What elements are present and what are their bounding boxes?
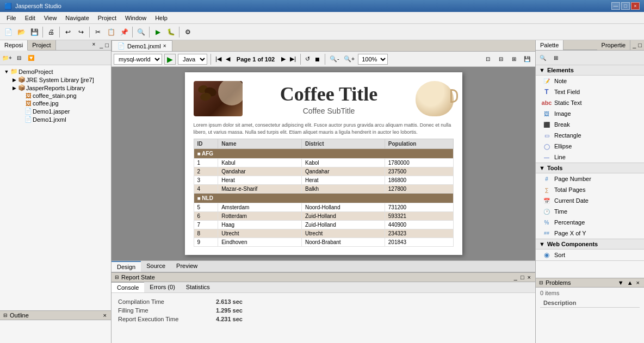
tab-repository[interactable]: Reposi [0,40,28,51]
save-report-btn[interactable]: 💾 [521,53,533,65]
tools-pagenumber[interactable]: # Page Number [536,173,644,184]
cut-button[interactable]: ✂ [92,26,104,38]
fit-width-btn[interactable]: ⊟ [495,53,507,65]
textfield-label: Text Field [554,89,580,95]
nav-first[interactable]: |◀ [214,55,222,63]
redo-button[interactable]: ↪ [75,26,87,38]
left-panel-minimize[interactable]: _ [98,42,104,48]
right-tab-palette[interactable]: Palette [536,40,564,50]
palette-image[interactable]: 🖼 Image [536,108,644,119]
pagenumber-icon: # [542,174,551,183]
fit-page-btn[interactable]: ⊡ [482,53,494,65]
menu-navigate[interactable]: Navigate [61,14,93,22]
copy-button[interactable]: 📋 [105,26,117,38]
tree-item-coffee-stain[interactable]: 🖼 coffee_stain.png [2,92,109,99]
outline-header: ⊟ Outline × [0,311,111,320]
palette-statictext[interactable]: abc Static Text [536,97,644,108]
zoom-in-button[interactable]: 🔍+ [343,55,356,63]
collapse-btn[interactable]: ⊟ [13,52,25,64]
reload-button[interactable]: ↺ [304,55,311,63]
web-sort[interactable]: ◉ Sort [536,250,644,260]
palette-search-btn[interactable]: 🔍 [537,52,549,64]
design-tab-design[interactable]: Design [112,261,141,272]
palette-elements-header[interactable]: ▼ Elements [536,65,644,76]
menu-edit[interactable]: Edit [21,14,40,22]
menu-window[interactable]: Window [121,14,151,22]
run-report-button[interactable]: ▶ [164,54,176,65]
rs-tab-console[interactable]: Console [112,282,144,292]
palette-grid-btn[interactable]: ⊞ [550,52,562,64]
tree-item-jre[interactable]: ▶ 📦 JRE System Library [jre7] [2,76,109,84]
right-panel-maximize[interactable]: □ [637,42,643,48]
design-tab-preview[interactable]: Preview [171,261,203,272]
close-button[interactable]: × [631,2,640,10]
datasource-select[interactable]: mysql-world [114,54,162,65]
problems-maximize[interactable]: ▲ [626,279,634,286]
tools-pagexofy[interactable]: ## Page X of Y [536,228,644,239]
tree-item-jasperlib[interactable]: ▶ 📦 JasperReports Library [2,84,109,92]
outline-close[interactable]: × [102,312,108,319]
tree-item-demo-jrxml[interactable]: 📄 Demo1.jrxml [2,115,109,123]
tab-project[interactable]: Project [28,40,55,50]
left-panel-close[interactable]: × [90,40,97,50]
tools-percentage[interactable]: % Percentage [536,217,644,228]
rs-maximize[interactable]: □ [519,274,525,280]
nav-next[interactable]: ▶ [280,55,287,63]
palette-web-header[interactable]: ▼ Web Components [536,239,644,250]
tools-totalpages[interactable]: ∑ Total Pages [536,184,644,195]
tree-item-coffee[interactable]: 🖼 coffee.jpg [2,99,109,107]
tools-currentdate[interactable]: 📅 Current Date [536,195,644,206]
undo-button[interactable]: ↩ [62,26,74,38]
maximize-button[interactable]: □ [621,2,630,10]
debug-button[interactable]: 🐛 [165,26,177,38]
new-project-btn[interactable]: 📁+ [1,52,13,64]
new-button[interactable]: 📄 [2,26,14,38]
nav-prev[interactable]: ◀ [225,55,231,63]
palette-break[interactable]: ⬛ Break [536,119,644,130]
rs-close[interactable]: × [527,274,532,280]
menu-view[interactable]: View [40,14,61,22]
print-button[interactable]: 🖨 [45,26,57,38]
settings-button[interactable]: ⚙ [182,26,194,38]
nav-last[interactable]: ▶| [289,55,297,63]
jrxml-icon: 📄 [24,116,33,123]
problems-close[interactable]: × [635,279,641,286]
rs-tab-errors[interactable]: Errors (0) [144,282,180,292]
palette-note[interactable]: 📝 Note [536,76,644,86]
run-button[interactable]: ▶ [152,26,164,38]
right-tab-properties[interactable]: Propertie [597,40,631,50]
stop-button[interactable]: ⏹ [313,56,321,63]
tree-item-demo-jasper[interactable]: 📄 Demo1.jasper [2,107,109,115]
zoom-out-button[interactable]: 🔍- [329,55,340,63]
paste-button[interactable]: 📌 [118,26,130,38]
tree-root[interactable]: ▼ 📁 DemoProject [2,67,109,76]
palette-line[interactable]: — Line [536,152,644,163]
filter-btn[interactable]: 🔽 [25,52,37,64]
search-button[interactable]: 🔍 [135,26,147,38]
right-panel-minimize[interactable]: _ [631,42,637,48]
problems-minimize[interactable]: ▼ [617,279,625,286]
editor-tab-demo1[interactable]: 📄 Demo1.jrxml × [112,40,172,51]
editor-tab-close[interactable]: × [163,43,166,49]
minimize-button[interactable]: — [611,2,620,10]
rs-tab-statistics[interactable]: Statistics [181,282,215,292]
report-subtitle: Coffee SubTitle [248,107,410,115]
language-select[interactable]: Java [178,54,207,65]
menu-help[interactable]: Help [151,14,172,22]
fit-height-btn[interactable]: ⊞ [508,53,520,65]
menu-file[interactable]: File [2,14,21,22]
zoom-select[interactable]: 100% [358,54,388,65]
left-panel-maximize[interactable]: □ [104,42,110,48]
palette-textfield[interactable]: T Text Field [536,86,644,97]
menu-project[interactable]: Project [94,14,121,22]
palette-ellipse[interactable]: ◯ Ellipse [536,141,644,152]
open-button[interactable]: 📂 [15,26,27,38]
tools-time[interactable]: 🕐 Time [536,206,644,217]
palette-tools-header[interactable]: ▼ Tools [536,163,644,173]
rs-minimize[interactable]: _ [513,274,518,280]
report-canvas[interactable]: Coffee Title Coffee SubTitle Lorem ipsum… [112,67,535,260]
save-button[interactable]: 💾 [28,26,40,38]
design-tab-source[interactable]: Source [141,261,171,272]
toolbar-sep-report [210,54,211,65]
palette-rectangle[interactable]: ▭ Rectangle [536,130,644,141]
